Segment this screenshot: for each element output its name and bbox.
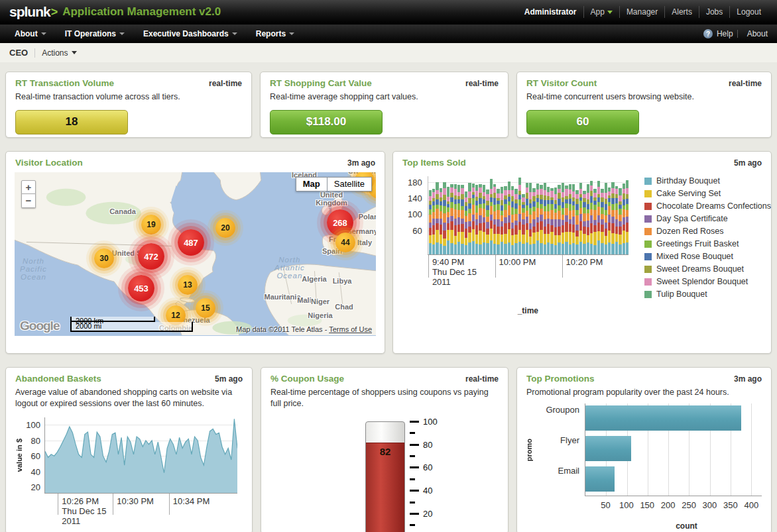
map-view-button[interactable]: Map bbox=[296, 177, 328, 191]
topbar-links: Administrator AppManagerAlertsJobsLogout bbox=[524, 6, 768, 18]
bar-segment-dozen-red-roses bbox=[454, 209, 457, 219]
bar-segment-chocolate-dreams-confections bbox=[558, 227, 560, 235]
x-tick-label: 300 bbox=[703, 500, 717, 510]
bar-segment-mixed-rose-bouquet bbox=[597, 197, 600, 202]
satellite-view-button[interactable]: Satellite bbox=[328, 177, 372, 191]
topbar-link-manager[interactable]: Manager bbox=[619, 6, 664, 18]
help-link[interactable]: Help bbox=[717, 29, 733, 38]
nav-divider bbox=[737, 30, 743, 38]
about-link[interactable]: About bbox=[747, 29, 768, 38]
bar-segment-greetings-fruit-basket bbox=[601, 207, 603, 214]
gauge-tick-label: 100 bbox=[423, 416, 438, 426]
y-axis-title: promo bbox=[525, 439, 533, 461]
visitor-map[interactable]: North Pacific OceanNorth Atlantic Ocean … bbox=[15, 172, 376, 336]
bar-segment-tulip-bouquet bbox=[486, 189, 489, 194]
bar-segment-cake-serving-set bbox=[572, 233, 575, 243]
bar-segment-greetings-fruit-basket bbox=[597, 202, 600, 207]
y-axis-labels: 20406080100 bbox=[25, 417, 44, 494]
gauge-tick bbox=[410, 513, 419, 515]
bar-segment-sweet-splendor-bouquet bbox=[597, 187, 600, 193]
bar-segment-greetings-fruit-basket bbox=[550, 204, 553, 210]
map-cluster-marker[interactable]: 472 bbox=[138, 243, 164, 270]
bar-segment-cake-serving-set bbox=[522, 235, 524, 244]
nav-item-reports[interactable]: Reports bbox=[247, 29, 304, 38]
bar-column bbox=[472, 176, 475, 254]
map-cluster-marker[interactable]: 30 bbox=[94, 248, 114, 268]
x-tick-label: 10:34 PM bbox=[173, 494, 210, 506]
panel-description: Real-time percentage of shoppers using c… bbox=[261, 386, 508, 409]
bar-column bbox=[514, 176, 517, 254]
map-zoom-out-button[interactable]: − bbox=[21, 194, 36, 208]
nav-item-about[interactable]: About bbox=[5, 29, 56, 38]
map-cluster-marker[interactable]: 268 bbox=[327, 209, 353, 236]
panel-title: RT Transaction Volume bbox=[15, 78, 114, 88]
bar-segment-dozen-red-roses bbox=[593, 210, 596, 220]
bar-segment-sweet-splendor-bouquet bbox=[511, 190, 514, 196]
panel-refresh-badge: 3m ago bbox=[347, 158, 375, 168]
legend-item: Sweet Dreams Bouquet bbox=[644, 264, 771, 274]
bar-segment-dozen-red-roses bbox=[490, 206, 493, 215]
panel-description: Average value of abandoned shopping cart… bbox=[6, 386, 252, 409]
terms-of-use-link[interactable]: Terms of Use bbox=[329, 325, 372, 333]
topbar-link-alerts[interactable]: Alerts bbox=[664, 6, 699, 18]
bar-segment-greetings-fruit-basket bbox=[590, 203, 593, 209]
breadcrumb-divider bbox=[34, 48, 35, 58]
bar-segment-sweet-dreams-bouquet bbox=[587, 199, 589, 204]
map-zoom-in-button[interactable]: + bbox=[21, 180, 36, 194]
bar-segment-dozen-red-roses bbox=[623, 209, 625, 217]
bar-segment-day-spa-certificate bbox=[579, 214, 582, 221]
bar-segment-birthday-bouquet bbox=[626, 242, 628, 254]
bar-segment-greetings-fruit-basket bbox=[479, 204, 481, 209]
panel-refresh-badge: 3m ago bbox=[734, 374, 762, 384]
panel-refresh-badge: real-time bbox=[729, 79, 762, 88]
bar-segment-cake-serving-set bbox=[490, 229, 493, 240]
bar-segment-day-spa-certificate bbox=[508, 215, 510, 223]
map-cluster-marker[interactable]: 13 bbox=[178, 275, 198, 295]
bar-segment-birthday-bouquet bbox=[504, 244, 507, 254]
map-cluster-marker[interactable]: 15 bbox=[196, 298, 215, 318]
bar-segment-cake-serving-set bbox=[486, 235, 489, 243]
bar-segment-day-spa-certificate bbox=[532, 219, 535, 227]
bar-segment-birthday-bouquet bbox=[572, 243, 575, 254]
bar-segment-day-spa-certificate bbox=[619, 221, 621, 227]
nav-item-executive-dashboards[interactable]: Executive Dashboards bbox=[134, 29, 247, 38]
bar-segment-day-spa-certificate bbox=[569, 219, 571, 224]
bar-segment-greetings-fruit-basket bbox=[558, 205, 560, 211]
map-cluster-marker[interactable]: 19 bbox=[141, 215, 161, 235]
bar-segment-mixed-rose-bouquet bbox=[540, 199, 542, 205]
bar-column bbox=[429, 176, 432, 254]
bar-segment-birthday-bouquet bbox=[461, 244, 463, 254]
google-logo: Google bbox=[20, 319, 59, 333]
actions-menu[interactable]: Actions bbox=[42, 48, 76, 58]
bar-segment-chocolate-dreams-confections bbox=[532, 227, 535, 233]
single-value-display: $118.00 bbox=[270, 110, 383, 134]
bar-segment-cake-serving-set bbox=[504, 234, 507, 244]
bar-segment-dozen-red-roses bbox=[579, 208, 582, 214]
bar-segment-chocolate-dreams-confections bbox=[619, 227, 621, 235]
bar-segment-birthday-bouquet bbox=[575, 244, 578, 254]
map-cluster-marker[interactable]: 20 bbox=[215, 218, 235, 238]
topbar-link-app[interactable]: App bbox=[583, 6, 619, 18]
x-tick-label: 10:30 PM bbox=[117, 494, 154, 506]
nav-item-it-operations[interactable]: IT Operations bbox=[56, 29, 134, 38]
gauge-tick-label: 40 bbox=[423, 486, 432, 496]
bar-segment-greetings-fruit-basket bbox=[514, 209, 517, 214]
bar-segment-cake-serving-set bbox=[540, 230, 542, 244]
map-cluster-marker[interactable]: 44 bbox=[335, 233, 355, 252]
x-tick-sublabel: 2011 bbox=[432, 277, 477, 287]
map-cluster-marker[interactable]: 487 bbox=[178, 229, 204, 256]
bar-segment-mixed-rose-bouquet bbox=[547, 200, 550, 205]
bar-segment-birthday-bouquet bbox=[611, 244, 614, 254]
map-cluster-marker[interactable]: 453 bbox=[128, 275, 154, 301]
map-country-label: United Kingdom bbox=[316, 191, 347, 207]
chevron-down-icon bbox=[119, 32, 125, 35]
topbar-link-jobs[interactable]: Jobs bbox=[699, 6, 729, 18]
bar-segment-sweet-splendor-bouquet bbox=[540, 189, 542, 195]
bar-segment-dozen-red-roses bbox=[611, 210, 614, 217]
x-tick: 10:30 PM bbox=[113, 494, 154, 515]
legend-item: Mixed Rose Bouquet bbox=[644, 252, 771, 261]
bar-segment-chocolate-dreams-confections bbox=[447, 223, 449, 229]
topbar-link-logout[interactable]: Logout bbox=[729, 6, 768, 18]
bar-column bbox=[490, 176, 493, 254]
x-tick: 10:00 PM bbox=[495, 255, 536, 278]
